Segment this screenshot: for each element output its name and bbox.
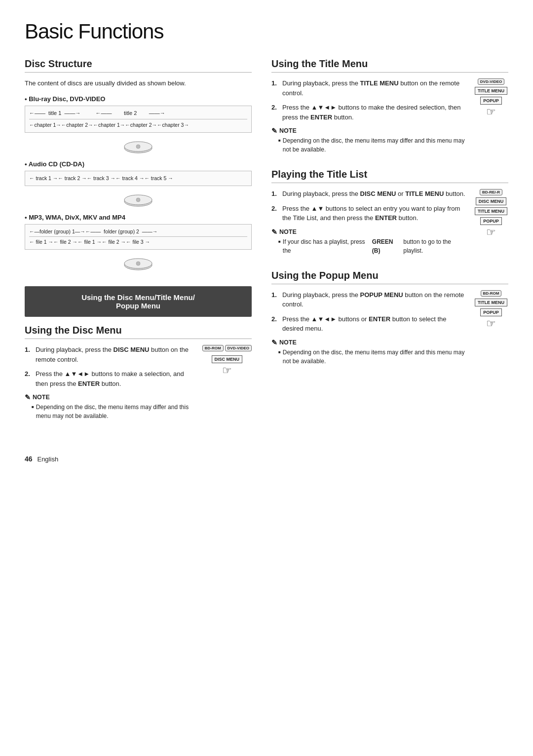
page-footer: 46 English: [25, 455, 508, 463]
audio-disc-icon: [25, 194, 252, 209]
highlight-line1: Using the Disc Menu/Title Menu/: [35, 293, 242, 302]
note-label-text-3: NOTE: [279, 228, 297, 235]
left-column: Disc Structure The content of discs are …: [25, 58, 252, 435]
note-pencil-icon-2: ✎: [271, 127, 277, 135]
disc-menu-steps: 1. During playback, press the DISC MENU …: [25, 345, 197, 388]
title-menu-button: TITLE MENU: [475, 87, 507, 95]
title-list-step2: 2. Press the ▲▼ buttons to select an ent…: [271, 204, 469, 223]
page-lang: English: [37, 455, 58, 463]
note-label-text-2: NOTE: [279, 127, 297, 134]
disc-menu-note-item1: Depending on the disc, the menu items ma…: [25, 403, 197, 420]
title-menu-title: Using the Title Menu: [271, 58, 508, 73]
disc-menu-button-tl: DISC MENU: [476, 197, 507, 205]
dvd-video-badge-tm: DVD-VIDEO: [478, 78, 504, 85]
popup-menu-remote: BD-ROM TITLE MENU POPUP ☞: [474, 290, 508, 330]
title-menu-steps: 1. During playback, press the TITLE MENU…: [271, 78, 469, 122]
popup-button-tm: POPUP: [480, 97, 502, 105]
disc-menu-note: ✎ NOTE Depending on the disc, the menu i…: [25, 393, 197, 420]
title-menu-step2: 2. Press the ▲▼◄► buttons to make the de…: [271, 103, 469, 122]
popup-menu-note: ✎ NOTE Depending on the disc, the menu i…: [271, 339, 469, 366]
title-menu-section: Using the Title Menu 1. During playback,…: [271, 58, 508, 155]
title-list-section: Playing the Title List 1. During playbac…: [271, 169, 508, 256]
popup-menu-note-item1: Depending on the disc, the menu items ma…: [271, 348, 469, 366]
title-list-note: ✎ NOTE If your disc has a playlist, pres…: [271, 228, 469, 255]
title-menu-content: 1. During playback, press the TITLE MENU…: [271, 78, 469, 155]
popup-menu-step2: 2. Press the ▲▼◄► buttons or ENTER butto…: [271, 314, 469, 334]
title-list-remote: BD-RE/-R DISC MENU TITLE MENU POPUP ☞: [474, 189, 508, 239]
audio-diagram: ← track 1 →← track 2 →← track 3 →← track…: [25, 171, 252, 186]
popup-button-pm: POPUP: [480, 308, 502, 316]
disc-menu-remote: BD-ROM DVD-VIDEO DISC MENU ☞: [202, 345, 252, 377]
popup-menu-step1: 1. During playback, press the POPUP MENU…: [271, 290, 469, 309]
title-menu-note: ✎ NOTE Depending on the disc, the menu i…: [271, 127, 469, 154]
popup-menu-title: Using the Popup Menu: [271, 270, 508, 284]
disc-menu-content: 1. During playback, press the DISC MENU …: [25, 345, 197, 421]
disc-menu-button: DISC MENU: [212, 355, 243, 363]
disc-menu-title: Using the Disc Menu: [25, 325, 252, 339]
highlight-box: Using the Disc Menu/Title Menu/ Popup Me…: [25, 286, 252, 317]
hand-pointer-icon-4: ☞: [486, 317, 496, 330]
title-menu-remote: DVD-VIDEO TITLE MENU POPUP ☞: [474, 78, 508, 118]
title-list-content: 1. During playback, press the DISC MENU …: [271, 189, 469, 256]
bd-re-badge: BD-RE/-R: [480, 189, 502, 195]
highlight-line2: Popup Menu: [35, 302, 242, 310]
note-pencil-icon: ✎: [25, 393, 31, 401]
disc-structure-section: Disc Structure The content of discs are …: [25, 58, 252, 272]
disc-structure-intro: The content of discs are usually divided…: [25, 78, 252, 88]
svg-point-8: [136, 262, 140, 265]
mp3-disc-icon: [25, 258, 252, 272]
note-label-text-4: NOTE: [279, 339, 297, 346]
bd-rom-badge-pm: BD-ROM: [481, 290, 502, 297]
title-list-steps: 1. During playback, press the DISC MENU …: [271, 189, 469, 223]
note-pencil-icon-4: ✎: [271, 339, 277, 346]
mp3-label: • MP3, WMA, DivX, MKV and MP4: [25, 214, 252, 221]
title-list-step1: 1. During playback, press the DISC MENU …: [271, 189, 469, 199]
title-menu-step1: 1. During playback, press the TITLE MENU…: [271, 78, 469, 98]
hand-pointer-icon-2: ☞: [486, 106, 496, 118]
popup-menu-section: Using the Popup Menu 1. During playback,…: [271, 270, 508, 367]
mp3-diagram: ←—folder (group) 1—→←—— folder (group) 2…: [25, 224, 252, 250]
right-column: Using the Title Menu 1. During playback,…: [271, 58, 508, 435]
title-menu-button-pm: TITLE MENU: [475, 299, 507, 306]
audio-label: • Audio CD (CD-DA): [25, 160, 252, 168]
popup-button-tl: POPUP: [480, 217, 502, 225]
bluray-disc-icon: [25, 141, 252, 155]
note-pencil-icon-3: ✎: [271, 228, 277, 236]
disc-menu-step1: 1. During playback, press the DISC MENU …: [25, 345, 197, 364]
hand-pointer-icon-3: ☞: [486, 226, 496, 239]
bluray-diagram: ←—— title 1 ——→ ←—— title 2 ——→ ←chapter…: [25, 106, 252, 133]
title-list-title: Playing the Title List: [271, 169, 508, 183]
title-menu-note-item1: Depending on the disc, the menu items ma…: [271, 136, 469, 154]
disc-menu-section: Using the Disc Menu 1. During playback, …: [25, 325, 252, 421]
disc-menu-step2: 2. Press the ▲▼◄► buttons to make a sele…: [25, 369, 197, 388]
popup-menu-steps: 1. During playback, press the POPUP MENU…: [271, 290, 469, 334]
bd-rom-badge: BD-ROM: [202, 345, 224, 351]
page-title: Basic Functions: [25, 20, 508, 43]
title-list-note-item1: If your disc has a playlist, press the G…: [271, 237, 469, 255]
title-menu-button-tl: TITLE MENU: [475, 207, 507, 215]
popup-menu-content: 1. During playback, press the POPUP MENU…: [271, 290, 469, 367]
disc-structure-title: Disc Structure: [25, 58, 252, 73]
page-number: 46: [25, 455, 33, 463]
dvd-video-badge: DVD-VIDEO: [225, 345, 252, 351]
hand-pointer-icon: ☞: [222, 364, 232, 377]
note-label-text: NOTE: [33, 394, 50, 401]
svg-point-5: [136, 198, 140, 202]
bluray-label: • Blu-ray Disc, DVD-VIDEO: [25, 95, 252, 103]
svg-point-2: [136, 145, 140, 149]
